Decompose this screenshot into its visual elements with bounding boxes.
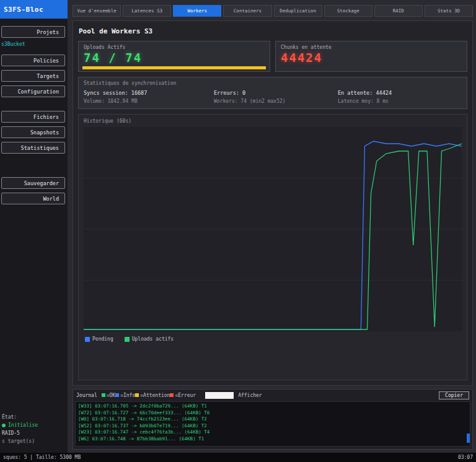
journal-filter-input[interactable] (205, 392, 234, 399)
legend-label: Pending (92, 336, 113, 342)
legend-swatch-icon (125, 337, 130, 342)
status-state: Initialise (2, 421, 38, 429)
log-list: [W33] 03:07:16.705 -> 2dc2f0ba729... (64… (78, 403, 467, 442)
legend-label: =Erreur (175, 393, 196, 398)
sidebar-item-configuration[interactable]: Configuration (1, 85, 65, 97)
status-etat-label: État: (2, 413, 38, 421)
legend-label: =OK (107, 393, 115, 398)
sidebar-group1: PoliciesTargetsConfiguration (0, 54, 68, 97)
tab-raid[interactable]: RAID (374, 5, 423, 17)
tab-containers[interactable]: Containers (223, 5, 271, 17)
chart-legend: PendingUploads actifs (85, 336, 174, 342)
journal-filter-label: Afficher (238, 393, 262, 398)
app-logo: S3FS-Bloc (0, 0, 68, 19)
sidebar-item-targets[interactable]: Targets (1, 70, 65, 82)
card-uploads-label: Uploads Actifs (84, 45, 265, 50)
sync-stat-primary: Erreurs: 0 (214, 90, 338, 96)
sync-stat-secondary: Latence moy: 8 ms (338, 98, 462, 104)
log-line: [W33] 03:07:16.705 -> 2dc2f0ba729... (64… (78, 403, 467, 410)
log-line: [W72] 03:07:16.727 -> 66c70deef333... (6… (78, 410, 467, 417)
journal-legend-item: =Erreur (170, 393, 196, 398)
tab-latences-s3[interactable]: Latences S3 (123, 5, 171, 17)
journal-legend-item: =OK (102, 393, 115, 398)
uploads-progressbar-fill (82, 66, 266, 69)
tab-stockage[interactable]: Stockage (324, 5, 372, 17)
sync-columns: Syncs session: 16687Volume: 1042.94 MBEr… (84, 90, 462, 104)
legend-label: =Info (120, 393, 135, 398)
sidebar-status: État: Initialise RAID-5 s target(s) (2, 413, 38, 445)
card-uploads: Uploads Actifs 74 / 74 (78, 41, 270, 72)
main-area: Vue d'ensembleLatences S3WorkersContaine… (68, 0, 476, 453)
sidebar: S3FS-Bloc Projets s3Bucket PoliciesTarge… (0, 0, 68, 453)
journal-title: Journal (76, 393, 97, 398)
sidebar-item-snapshots[interactable]: Snapshots (1, 126, 65, 138)
sidebar-item-policies[interactable]: Policies (1, 54, 65, 66)
tab-bar: Vue d'ensembleLatences S3WorkersContaine… (68, 0, 476, 18)
status-targets-label: s target(s) (2, 437, 38, 445)
content-panel: Pool de Workers S3 Uploads Actifs 74 / 7… (73, 20, 473, 386)
legend-swatch-icon (115, 393, 119, 397)
card-uploads-value: 74 / 74 (84, 51, 265, 64)
history-panel: Historique (60s) PendingUploads actifs (78, 114, 467, 380)
statusbar-right: 03:07 (458, 455, 473, 460)
sync-stat-primary: Syncs session: 16687 (84, 90, 214, 96)
sync-stats-panel: Statistiques de synchronisation Syncs se… (78, 77, 467, 109)
tab-deduplication[interactable]: Deduplication (274, 5, 322, 17)
log-line: [W0] 03:07:16.718 -> 74ccfb2123ee... (64… (78, 416, 467, 423)
copy-button[interactable]: Copier (439, 391, 469, 399)
chart-legend-item-uploads-actifs: Uploads actifs (125, 336, 174, 342)
sidebar-item-world[interactable]: World (1, 193, 65, 204)
tab-stats-3d[interactable]: Stats 3D (425, 5, 473, 17)
journal-header: Journal =OK=Info=Attention=Erreur Affich… (73, 390, 472, 401)
log-scrollbar-thumb[interactable] (467, 434, 470, 443)
sync-col-1: Syncs session: 16687Volume: 1042.94 MB (84, 90, 214, 104)
history-title: Historique (60s) (79, 115, 467, 124)
history-chart-area (84, 127, 462, 331)
app-window: S3FS-Bloc Projets s3Bucket PoliciesTarge… (0, 0, 476, 462)
statusbar-left: sques: 5 | Taille: 5300 MB (3, 455, 81, 460)
legend-swatch-icon (102, 393, 105, 397)
legend-label: =Attention (140, 393, 170, 398)
sync-col-2: Erreurs: 0Workers: 74 (min2 max52) (214, 90, 338, 104)
sidebar-item-fichiers[interactable]: Fichiers (1, 111, 65, 123)
history-chart (84, 127, 462, 331)
sidebar-item-statistiques[interactable]: Statistiques (1, 142, 65, 154)
legend-swatch-icon (85, 337, 90, 342)
tab-vue-d-ensemble[interactable]: Vue d'ensemble (73, 5, 121, 17)
sync-col-3: En attente: 44424Latence moy: 8 ms (338, 90, 462, 104)
card-chunks-label: Chunks en attente (281, 45, 462, 50)
log-area[interactable]: [W33] 03:07:16.705 -> 2dc2f0ba729... (64… (75, 401, 470, 447)
uploads-progressbar (82, 66, 266, 69)
chart-legend-item-pending: Pending (85, 336, 113, 342)
sidebar-group3: SauvegarderWorld (0, 177, 68, 204)
legend-label: Uploads actifs (132, 336, 174, 342)
page-title: Pool de Workers S3 (79, 27, 467, 35)
legend-swatch-icon (170, 393, 174, 397)
log-line: [W52] 03:07:16.737 -> b093b07e719... (64… (78, 423, 467, 430)
legend-swatch-icon (135, 393, 139, 397)
status-dot-icon (2, 424, 6, 427)
log-line: [W23] 03:07:16.747 -> cebc4f76fa3b... (6… (78, 429, 467, 436)
card-chunks: Chunks en attente 44424 (275, 41, 467, 72)
sidebar-group2: FichiersSnapshotsStatistiques (0, 111, 68, 154)
journal-legend: =OK=Info=Attention=Erreur (102, 393, 196, 399)
sidebar-item-projets[interactable]: Projets (1, 26, 65, 38)
sync-stat-secondary: Volume: 1042.94 MB (84, 98, 214, 104)
sync-stats-title: Statistiques de synchronisation (84, 81, 462, 86)
sync-stat-primary: En attente: 44424 (338, 90, 462, 96)
journal-panel: Journal =OK=Info=Attention=Erreur Affich… (73, 389, 473, 450)
stat-cards: Uploads Actifs 74 / 74 Chunks en attente… (78, 41, 467, 72)
status-bar: sques: 5 | Taille: 5300 MB 03:07 (0, 453, 476, 462)
bucket-link[interactable]: s3Bucket (0, 38, 68, 47)
status-state-label: Initialise (8, 421, 38, 429)
sidebar-nav: Projets s3Bucket PoliciesTargetsConfigur… (0, 19, 68, 204)
journal-legend-item: =Attention (135, 393, 170, 398)
log-line: [W6] 03:07:16.748 -> 87bb38bab91... (64K… (78, 436, 467, 443)
journal-legend-item: =Info (115, 393, 135, 398)
card-chunks-value: 44424 (281, 51, 462, 64)
sidebar-item-sauvegarder[interactable]: Sauvegarder (1, 177, 65, 189)
status-raid-label: RAID-5 (2, 429, 38, 437)
tab-workers[interactable]: Workers (173, 5, 221, 17)
sync-stat-secondary: Workers: 74 (min2 max52) (214, 98, 338, 104)
